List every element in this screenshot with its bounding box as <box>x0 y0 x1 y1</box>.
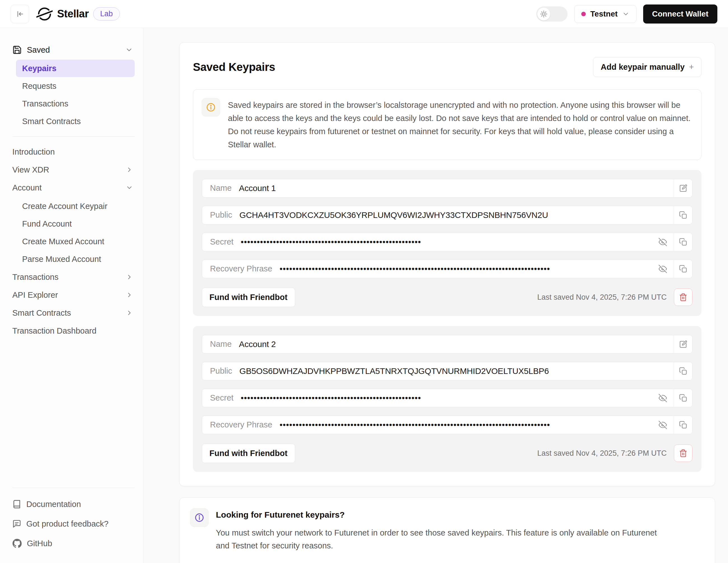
futurenet-info-panel: Looking for Futurenet keypairs? You must… <box>179 497 715 563</box>
copy-recovery-phrase-button[interactable] <box>674 260 692 278</box>
fund-with-friendbot-button[interactable]: Fund with Friendbot <box>202 444 295 463</box>
sidebar-item-label: API Explorer <box>12 291 58 300</box>
storage-warning-text: Saved keypairs are stored in the browser… <box>228 98 693 151</box>
toggle-secret-visibility-button[interactable] <box>659 394 667 402</box>
edit-name-button[interactable] <box>674 179 692 197</box>
copy-icon <box>679 421 687 429</box>
recovery-phrase-masked-value: ••••••••••••••••••••••••••••••••••••••••… <box>279 264 550 273</box>
copy-icon <box>679 211 687 219</box>
edit-name-button[interactable] <box>674 335 692 353</box>
collapse-sidebar-icon <box>16 10 24 18</box>
name-label: Name <box>210 183 232 193</box>
sun-icon <box>540 10 548 18</box>
lab-badge: Lab <box>93 7 120 20</box>
secret-key-row: Secret •••••••••••••••••••••••••••••••••… <box>202 389 692 407</box>
copy-public-key-button[interactable] <box>674 362 692 380</box>
switch-to-futurenet-link[interactable]: Switch to Futurenet <box>216 562 292 563</box>
secret-key-masked-value: ••••••••••••••••••••••••••••••••••••••••… <box>241 393 421 403</box>
floppy-disk-icon <box>12 45 22 55</box>
storage-warning-box: Saved keypairs are stored in the browser… <box>193 89 701 160</box>
brand[interactable]: Stellar Lab <box>36 6 120 22</box>
saved-keypairs-panel: Saved Keypairs Add keypair manually + Sa… <box>179 42 715 486</box>
collapse-sidebar-button[interactable] <box>11 5 29 23</box>
recovery-phrase-label: Recovery Phrase <box>210 264 272 273</box>
sidebar-item-view-xdr[interactable]: View XDR <box>12 161 135 179</box>
secret-key-masked-value: ••••••••••••••••••••••••••••••••••••••••… <box>241 237 421 247</box>
chevron-right-icon <box>126 273 133 280</box>
github-link[interactable]: GitHub <box>12 536 135 551</box>
public-key-value: GCHA4HT3VODKCXZU5OK36YRPLUMQV6WI2JWHY33C… <box>239 210 548 220</box>
recovery-phrase-row: Recovery Phrase ••••••••••••••••••••••••… <box>202 416 692 434</box>
delete-keypair-button[interactable] <box>674 445 692 462</box>
eye-off-icon <box>659 421 667 429</box>
public-key-value: GB5OS6DWHZAJDVHKPPBWZTLA5TNRXTQJGQTVNURM… <box>239 366 549 376</box>
book-icon <box>12 500 21 509</box>
futurenet-icon-tile <box>190 508 209 527</box>
copy-icon <box>679 265 687 273</box>
trash-icon <box>679 293 687 302</box>
sidebar-item-label: Transactions <box>12 272 59 282</box>
name-row: Name Account 1 <box>202 179 692 197</box>
chevron-down-icon <box>622 10 629 18</box>
copy-secret-key-button[interactable] <box>674 233 692 251</box>
feedback-label: Got product feedback? <box>26 519 108 529</box>
sidebar-item-parse-muxed-account[interactable]: Parse Muxed Account <box>16 250 135 268</box>
sidebar-item-keypairs[interactable]: Keypairs <box>16 60 135 77</box>
eye-off-icon <box>659 394 667 402</box>
network-label: Testnet <box>590 10 618 18</box>
copy-icon <box>679 238 687 246</box>
toggle-recovery-visibility-button[interactable] <box>659 421 667 429</box>
chevron-down-icon <box>126 184 133 191</box>
plus-icon: + <box>689 62 694 72</box>
futurenet-title: Looking for Futurenet keypairs? <box>216 510 664 520</box>
add-keypair-button[interactable]: Add keypair manually + <box>593 57 701 77</box>
recovery-phrase-row: Recovery Phrase ••••••••••••••••••••••••… <box>202 259 692 278</box>
sidebar-item-fund-account[interactable]: Fund Account <box>16 215 135 232</box>
copy-recovery-phrase-button[interactable] <box>674 416 692 434</box>
sidebar-item-saved[interactable]: Saved <box>12 41 135 59</box>
sidebar-item-transaction-dashboard[interactable]: Transaction Dashboard <box>12 322 135 340</box>
name-value[interactable]: Account 1 <box>239 183 276 193</box>
toggle-secret-visibility-button[interactable] <box>659 238 667 246</box>
sidebar-item-saved-transactions[interactable]: Transactions <box>16 95 135 112</box>
theme-toggle[interactable] <box>536 6 568 22</box>
name-label: Name <box>210 340 232 349</box>
fund-with-friendbot-button[interactable]: Fund with Friendbot <box>202 288 295 307</box>
github-label: GitHub <box>27 539 52 548</box>
sidebar-item-introduction[interactable]: Introduction <box>12 143 135 161</box>
delete-keypair-button[interactable] <box>674 289 692 306</box>
edit-icon <box>679 340 687 349</box>
eye-off-icon <box>659 265 667 273</box>
sidebar-item-api-explorer[interactable]: API Explorer <box>12 286 135 304</box>
connect-wallet-button[interactable]: Connect Wallet <box>643 4 717 24</box>
sidebar-item-label: Saved <box>27 45 50 55</box>
sidebar-item-create-account-keypair[interactable]: Create Account Keypair <box>16 197 135 215</box>
brand-name: Stellar <box>57 8 89 20</box>
network-selector[interactable]: Testnet <box>574 5 636 23</box>
stellar-logo-icon <box>36 6 53 22</box>
sidebar-item-requests[interactable]: Requests <box>16 77 135 95</box>
documentation-link[interactable]: Documentation <box>12 496 135 512</box>
copy-secret-key-button[interactable] <box>674 389 692 407</box>
public-key-label: Public <box>210 366 232 376</box>
sidebar-item-saved-smart-contracts[interactable]: Smart Contracts <box>16 113 135 130</box>
sidebar-item-account[interactable]: Account <box>12 179 135 197</box>
chevron-right-icon <box>126 166 133 173</box>
feedback-link[interactable]: Got product feedback? <box>12 516 135 532</box>
last-saved-timestamp: Last saved Nov 4, 2025, 7:26 PM UTC <box>537 293 667 302</box>
speech-bubble-icon <box>12 519 21 528</box>
toggle-recovery-visibility-button[interactable] <box>659 265 667 273</box>
sidebar-item-smart-contracts[interactable]: Smart Contracts <box>12 304 135 322</box>
sidebar-item-create-muxed-account[interactable]: Create Muxed Account <box>16 233 135 250</box>
sidebar-divider <box>12 136 135 137</box>
name-value[interactable]: Account 2 <box>239 340 276 349</box>
recovery-phrase-label: Recovery Phrase <box>210 420 272 429</box>
copy-icon <box>679 394 687 402</box>
public-key-row: Public GB5OS6DWHZAJDVHKPPBWZTLA5TNRXTQJG… <box>202 362 692 380</box>
sidebar-item-transactions[interactable]: Transactions <box>12 268 135 286</box>
documentation-label: Documentation <box>26 500 81 509</box>
copy-public-key-button[interactable] <box>674 206 692 224</box>
github-icon <box>12 539 22 548</box>
sidebar-footer: Documentation Got product feedback? GitH… <box>12 488 135 551</box>
network-status-dot <box>581 12 586 16</box>
